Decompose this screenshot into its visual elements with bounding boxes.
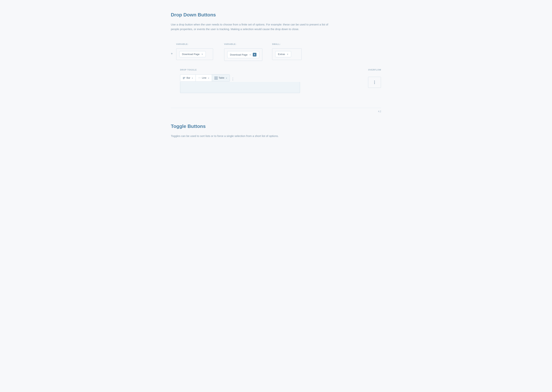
toggle-buttons-section: Toggle Buttons Toggles can be used to so…	[171, 123, 381, 138]
col3-dashed-box: Extras ∨	[272, 48, 302, 60]
col3-chevron-icon: ∨	[287, 53, 288, 55]
col2-badge: A	[253, 53, 256, 56]
col2-dropdown-button[interactable]: Download Page ∨ A	[227, 51, 259, 58]
variable-demo-area: + VARIABLE: Download Page ∨ VARIABLE:	[171, 39, 381, 65]
col1-chevron-icon: ∨	[201, 53, 203, 55]
col2-dashed-box: Download Page ∨ A	[224, 48, 262, 61]
toggle-bar-item[interactable]: Bar ∨	[180, 75, 196, 81]
toggle-content-area	[180, 82, 300, 93]
col1-button-text: Download Page	[182, 53, 200, 56]
toggle-line-label: Line	[202, 76, 207, 80]
dropdown-section: Drop Down Buttons Use a drop button when…	[171, 11, 381, 97]
line-icon: ⋯	[198, 76, 201, 80]
overflow-dots-icon[interactable]	[374, 81, 375, 84]
section-title-toggle: Toggle Buttons	[171, 123, 381, 130]
grid-icon	[214, 77, 218, 80]
bar-icon	[183, 77, 186, 79]
version-label: 4.2	[171, 110, 381, 113]
col3-button-text: Extras	[278, 53, 285, 56]
dot-1	[374, 81, 375, 81]
overflow-label: OVERFLOW	[368, 68, 381, 72]
col1-label: VARIABLE:	[176, 43, 189, 46]
toggle-table-item[interactable]: Table ∨	[212, 75, 230, 81]
drop-toggle-row: DROP TOGGLE Bar ∨	[171, 65, 381, 97]
col1-dashed-box: Download Page ∨	[176, 48, 213, 60]
col3-label: SMALL:	[272, 43, 281, 46]
drop-toggle-label: DROP TOGGLE	[180, 68, 300, 72]
toggle-bar-label: Bar	[186, 76, 190, 80]
col2-variable: VARIABLE: Download Page ∨ A	[224, 43, 265, 61]
col1-dropdown-button[interactable]: Download Page ∨	[179, 51, 206, 57]
bar-chevron-icon: ∨	[192, 77, 193, 80]
col2-label: VARIABLE:	[224, 43, 236, 46]
overflow-dashed-box	[368, 77, 381, 88]
page-container: Drop Down Buttons Use a drop button when…	[156, 0, 396, 157]
col3-dropdown-button[interactable]: Extras ∨	[275, 51, 291, 57]
toggle-table-label: Table	[219, 76, 224, 80]
table-chevron-icon: ∨	[226, 77, 227, 80]
section-title-dropdown: Drop Down Buttons	[171, 11, 381, 19]
plus-symbol: +	[171, 51, 173, 56]
toggle-line-item[interactable]: ⋯ Line ∨	[196, 75, 212, 81]
overflow-section: OVERFLOW	[368, 68, 381, 88]
dot-3	[374, 83, 375, 84]
section-description-toggle: Toggles can be used to sort lists or to …	[171, 134, 337, 138]
section-description-dropdown: Use a drop button when the user needs to…	[171, 22, 337, 32]
col1-variable: VARIABLE: Download Page ∨	[176, 43, 217, 60]
section-bottom: 4.2	[171, 108, 381, 113]
demo-columns: VARIABLE: Download Page ∨ VARIABLE: Down…	[176, 43, 381, 61]
three-dots-button[interactable]: ⋮	[230, 76, 236, 82]
col2-chevron-icon: ∨	[249, 54, 251, 56]
drop-toggle-section: DROP TOGGLE Bar ∨	[180, 68, 300, 93]
dot-2	[374, 82, 375, 83]
col3-small: SMALL: Extras ∨	[272, 43, 313, 60]
toggle-group: Bar ∨ ⋯ Line ∨	[180, 74, 230, 82]
col2-button-text: Download Page	[230, 53, 248, 56]
line-chevron-icon: ∨	[208, 77, 209, 80]
